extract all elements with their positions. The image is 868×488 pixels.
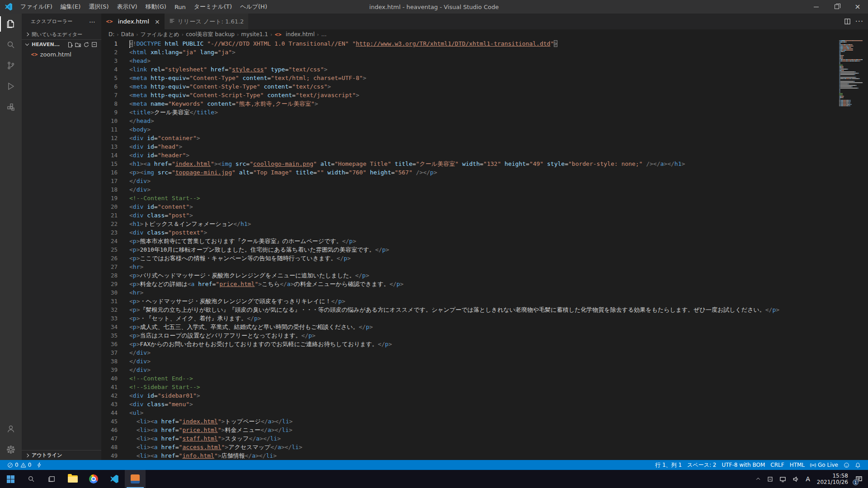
search-icon[interactable] xyxy=(0,34,22,55)
tab-index-html[interactable]: <> index.html × xyxy=(101,14,165,29)
code-line: 28<p>バリ式ヘッドマッサージ・炭酸泡クレンジングをメニューに追加いたしました… xyxy=(101,271,839,280)
tab-bar: <> index.html × リリース ノート: 1.61.2 ··· xyxy=(101,14,868,29)
tab-release-notes[interactable]: リリース ノート: 1.61.2 xyxy=(165,14,249,29)
code-line: 5<meta http-equiv="Content-Type" content… xyxy=(101,74,839,82)
explorer-icon[interactable] xyxy=(0,14,22,34)
menu-item-0[interactable]: ファイル(F) xyxy=(16,0,57,14)
cursor-position[interactable]: 行 1、列 1 xyxy=(652,461,684,469)
code-line: 4<link rel="stylesheet" href="style.css"… xyxy=(101,65,839,74)
menu-item-3[interactable]: 表示(V) xyxy=(113,0,142,14)
encoding[interactable]: UTF-8 with BOM xyxy=(719,462,768,468)
line-number: 38 xyxy=(101,357,129,366)
problems-indicator[interactable]: 0 0 xyxy=(5,460,34,470)
vscode-window: ファイル(F)編集(E)選択(S)表示(V)移動(G)Runターミナル(T)ヘル… xyxy=(0,0,868,488)
line-number: 25 xyxy=(101,245,129,254)
warning-icon xyxy=(20,462,26,468)
open-editors-section[interactable]: 開いているエディター xyxy=(22,29,101,39)
line-number: 14 xyxy=(101,151,129,160)
line-number: 36 xyxy=(101,340,129,348)
code-line: 11<body> xyxy=(101,125,839,134)
settings-gear-icon[interactable] xyxy=(0,439,22,460)
line-number: 21 xyxy=(101,211,129,220)
explorer-more-actions-icon[interactable]: ⋯ xyxy=(89,18,96,25)
feedback-button[interactable] xyxy=(841,462,852,468)
line-number: 49 xyxy=(101,451,129,460)
broadcast-icon xyxy=(810,462,816,468)
code-line: 31<p>・ヘッドマッサージ・炭酸泡クレンジングで頭皮をすっきりキレイに！</p… xyxy=(101,297,839,305)
menu-item-5[interactable]: Run xyxy=(170,0,190,14)
go-live-button[interactable]: Go Live xyxy=(807,462,841,468)
menu-item-4[interactable]: 移動(G) xyxy=(142,0,170,14)
zap-icon xyxy=(37,462,42,468)
code-area[interactable]: 1<!DOCTYPE html PUBLIC "-//W3C//DTD XHTM… xyxy=(101,39,868,460)
minimize-button[interactable] xyxy=(806,0,826,14)
vertical-scrollbar[interactable] xyxy=(863,39,868,460)
chrome-icon[interactable] xyxy=(83,470,104,488)
explorer-title: エクスプローラー xyxy=(31,18,73,25)
new-file-icon[interactable] xyxy=(67,42,73,48)
breadcrumb-item[interactable]: D: xyxy=(108,31,115,38)
close-button[interactable]: × xyxy=(847,0,868,14)
breadcrumb-item[interactable]: cool美容室 backup xyxy=(185,31,236,38)
task-view-icon[interactable] xyxy=(42,470,62,488)
breadcrumb-item[interactable]: … xyxy=(320,31,327,38)
menu-item-2[interactable]: 選択(S) xyxy=(85,0,113,14)
source-control-icon[interactable] xyxy=(0,55,22,76)
code-lines[interactable]: 1<!DOCTYPE html PUBLIC "-//W3C//DTD XHTM… xyxy=(101,39,839,460)
line-number: 7 xyxy=(101,91,129,99)
code-line: 13<div id="head"> xyxy=(101,142,839,151)
language-mode[interactable]: HTML xyxy=(787,462,807,468)
taskbar-search-icon[interactable] xyxy=(21,470,42,488)
run-debug-icon[interactable] xyxy=(0,76,22,97)
menu-item-7[interactable]: ヘルプ(H) xyxy=(236,0,271,14)
line-number: 39 xyxy=(101,366,129,374)
indentation[interactable]: スペース: 2 xyxy=(684,461,719,469)
new-folder-icon[interactable] xyxy=(75,42,81,48)
menu-item-1[interactable]: 編集(E) xyxy=(57,0,85,14)
code-line: 29<p>料金などの詳細は<a href="price.html">こちら</a… xyxy=(101,280,839,288)
html-file-icon: <> xyxy=(274,32,281,37)
volume-icon[interactable] xyxy=(789,470,802,488)
notifications-button[interactable] xyxy=(852,462,863,468)
line-number: 23 xyxy=(101,228,129,237)
code-line: 21<div class="post"> xyxy=(101,211,839,220)
file-explorer-icon[interactable] xyxy=(62,470,83,488)
ime-mode-indicator[interactable]: A xyxy=(802,470,813,488)
workspace-section[interactable]: HEAVEN... xyxy=(22,39,101,49)
refresh-icon[interactable] xyxy=(83,42,90,48)
title-bar: ファイル(F)編集(E)選択(S)表示(V)移動(G)Runターミナル(T)ヘル… xyxy=(0,0,868,14)
restore-button[interactable] xyxy=(826,0,847,14)
split-editor-icon[interactable] xyxy=(844,18,851,25)
action-center-icon[interactable]: 1 xyxy=(852,470,868,488)
breadcrumb-item[interactable]: mysite1.1 xyxy=(240,31,269,38)
vscode-taskbar-icon[interactable] xyxy=(104,470,125,488)
file-item-zoom-html[interactable]: <> zoom.html xyxy=(22,49,101,59)
outline-section[interactable]: アウトライン xyxy=(22,450,101,460)
accounts-icon[interactable] xyxy=(0,418,22,439)
eol-sequence[interactable]: CRLF xyxy=(768,462,787,468)
taskbar-clock[interactable]: 15:58 2021/10/26 xyxy=(813,473,852,485)
editor-more-actions-icon[interactable]: ··· xyxy=(855,17,863,26)
breadcrumb-item[interactable]: <>index.html xyxy=(274,31,316,38)
code-line: 48 <li><a href="access.html">アクセスマップ</a>… xyxy=(101,443,839,451)
editor-group: <> index.html × リリース ノート: 1.61.2 ··· D:›… xyxy=(101,14,868,460)
tray-app-icon[interactable] xyxy=(764,470,776,488)
minimap[interactable] xyxy=(839,39,863,460)
active-app-icon[interactable] xyxy=(125,470,146,488)
breadcrumb-item[interactable]: ファイルまとめ xyxy=(140,31,180,38)
menu-item-6[interactable]: ターミナル(T) xyxy=(190,0,236,14)
start-button[interactable] xyxy=(0,470,21,488)
live-reload-indicator[interactable] xyxy=(34,460,45,470)
tab-close-icon[interactable]: × xyxy=(155,18,160,25)
line-number: 26 xyxy=(101,254,129,263)
hidden-icons-chevron-icon[interactable] xyxy=(752,470,764,488)
activity-bar xyxy=(0,14,22,460)
extensions-icon[interactable] xyxy=(0,97,22,117)
line-number: 24 xyxy=(101,237,129,245)
collapse-all-icon[interactable] xyxy=(91,42,98,48)
code-line: 17</div> xyxy=(101,177,839,185)
code-line: 2<html xml:lang="ja" lang="ja"> xyxy=(101,48,839,56)
network-icon[interactable] xyxy=(776,470,789,488)
breadcrumb-item[interactable]: Data xyxy=(120,31,135,38)
code-line: 37</div> xyxy=(101,348,839,357)
